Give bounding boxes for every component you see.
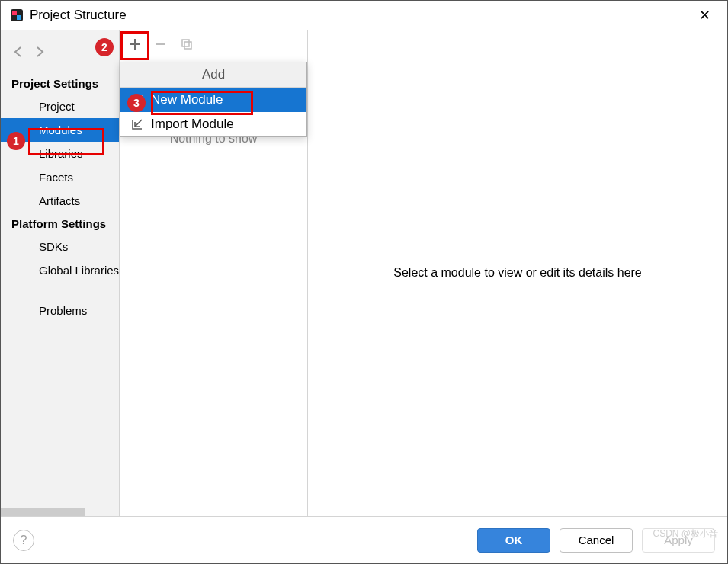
details-panel: Select a module to view or edit its deta…	[308, 30, 727, 516]
close-icon[interactable]: ✕	[691, 7, 718, 24]
titlebar: Project Structure ✕	[1, 1, 727, 30]
add-popup: Add New Module Import Module	[120, 62, 307, 137]
popup-item-new-module[interactable]: New Module	[120, 88, 306, 112]
dialog-footer: ? OK Cancel Apply	[1, 516, 727, 563]
popup-item-label: New Module	[151, 92, 223, 107]
sidebar: Project Settings Project Modules Librari…	[1, 30, 119, 516]
sidebar-item-global-libraries[interactable]: Global Libraries	[1, 258, 119, 282]
svg-rect-1	[182, 40, 189, 46]
popup-item-label: Import Module	[151, 117, 234, 132]
back-icon[interactable]	[11, 45, 25, 59]
sidebar-item-artifacts[interactable]: Artifacts	[1, 189, 119, 213]
annotation-callout-3: 3	[127, 94, 146, 112]
sidebar-item-facets[interactable]: Facets	[1, 165, 119, 189]
modules-toolbar	[120, 30, 307, 59]
import-icon	[131, 118, 143, 130]
forward-icon[interactable]	[33, 45, 47, 59]
svg-rect-2	[184, 42, 191, 49]
popup-header: Add	[120, 62, 306, 88]
sidebar-item-project[interactable]: Project	[1, 95, 119, 118]
annotation-callout-1: 1	[7, 132, 25, 150]
app-icon	[10, 8, 24, 22]
add-button[interactable]	[129, 38, 141, 50]
ok-button[interactable]: OK	[477, 528, 550, 553]
section-platform-settings: Platform Settings	[1, 213, 119, 235]
spacer	[1, 282, 119, 299]
annotation-callout-2: 2	[95, 38, 114, 56]
window-title: Project Structure	[30, 8, 691, 23]
section-project-settings: Project Settings	[1, 72, 119, 95]
watermark: CSDN @极小音	[653, 527, 718, 540]
popup-item-import-module[interactable]: Import Module	[120, 112, 306, 136]
help-button[interactable]: ?	[13, 530, 34, 551]
scrollbar-horizontal[interactable]	[1, 508, 85, 516]
details-placeholder: Select a module to view or edit its deta…	[393, 266, 642, 280]
cancel-button[interactable]: Cancel	[560, 528, 633, 553]
sidebar-item-problems[interactable]: Problems	[1, 299, 119, 322]
sidebar-item-sdks[interactable]: SDKs	[1, 235, 119, 258]
copy-button[interactable]	[181, 38, 193, 50]
remove-button[interactable]	[155, 38, 167, 50]
